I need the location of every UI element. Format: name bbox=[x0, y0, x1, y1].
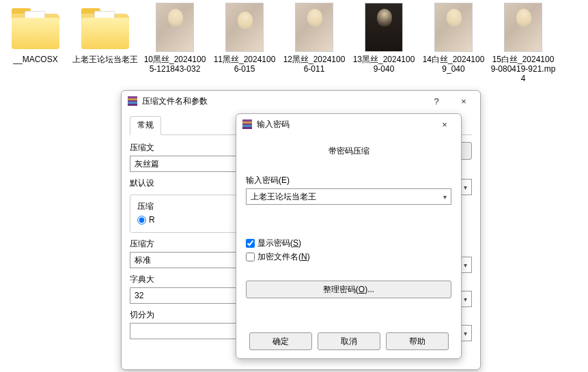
file-thumbnail-item[interactable]: 12黑丝_20241006-011 bbox=[281, 3, 347, 83]
folder-icon bbox=[11, 3, 60, 52]
ok-button[interactable]: 确定 bbox=[249, 332, 312, 350]
close-button[interactable]: × bbox=[450, 91, 477, 111]
tab-general[interactable]: 常规 bbox=[130, 116, 161, 135]
file-label: 15白丝_20241009-080419-921.mp4 bbox=[490, 55, 556, 83]
folder-icon bbox=[81, 3, 130, 52]
thumbnail-icon bbox=[504, 3, 542, 52]
file-label: 13黑丝_20241009-040 bbox=[351, 55, 417, 74]
method-value: 标准 bbox=[135, 255, 151, 266]
thumbnail-icon bbox=[365, 3, 403, 52]
help-button[interactable]: 帮助 bbox=[386, 332, 449, 350]
help-button[interactable]: ? bbox=[423, 91, 450, 111]
titlebar: 输入密码 × bbox=[236, 114, 461, 134]
radio-label: R bbox=[149, 215, 155, 225]
thumbnail-icon bbox=[156, 3, 194, 52]
dialog-title: 输入密码 bbox=[257, 119, 431, 130]
file-thumbnail-item[interactable]: 15白丝_20241009-080419-921.mp4 bbox=[490, 3, 556, 83]
file-label: __MACOSX bbox=[3, 55, 68, 64]
file-label: 10黑丝_20241005-121843-032 bbox=[142, 55, 208, 74]
checkbox-input[interactable] bbox=[246, 253, 255, 261]
cancel-button[interactable]: 取消 bbox=[318, 332, 380, 350]
dialog-title: 压缩文件名和参数 bbox=[142, 96, 423, 107]
titlebar: 压缩文件名和参数 ? × bbox=[122, 91, 480, 111]
chevron-down-icon: ▾ bbox=[443, 193, 447, 201]
file-thumbnail-item[interactable]: 14白丝_20241009_040 bbox=[421, 3, 486, 83]
file-label: 11黑丝_20241006-015 bbox=[212, 55, 277, 74]
winrar-icon bbox=[127, 96, 138, 106]
organize-passwords-button[interactable]: 整理密码(O)... bbox=[246, 281, 451, 298]
file-explorer-area: __MACOSX上老王论坛当老王10黑丝_20241005-121843-032… bbox=[0, 0, 588, 86]
password-value: 上老王论坛当老王 bbox=[251, 191, 316, 203]
chevron-down-icon: ▾ bbox=[464, 261, 467, 269]
folder-item[interactable]: __MACOSX bbox=[3, 3, 68, 83]
radio-input[interactable] bbox=[137, 216, 146, 225]
file-thumbnail-item[interactable]: 13黑丝_20241009-040 bbox=[351, 3, 417, 83]
file-label: 上老王论坛当老王 bbox=[72, 55, 138, 64]
checkbox-label: 显示密码(S) bbox=[257, 238, 301, 249]
show-password-checkbox[interactable]: 显示密码(S) bbox=[246, 238, 451, 249]
folder-item[interactable]: 上老王论坛当老王 bbox=[72, 3, 138, 83]
winrar-icon bbox=[242, 119, 253, 130]
dict-value: 32 bbox=[135, 291, 143, 300]
thumbnail-icon bbox=[434, 3, 473, 52]
file-thumbnail-item[interactable]: 11黑丝_20241006-015 bbox=[212, 3, 277, 83]
password-dialog: 输入密码 × 带密码压缩 输入密码(E) 上老王论坛当老王 ▾ 显示密码(S) … bbox=[236, 113, 462, 359]
file-label: 12黑丝_20241006-011 bbox=[281, 55, 347, 74]
chevron-down-icon: ▾ bbox=[464, 184, 467, 191]
password-input[interactable]: 上老王论坛当老王 ▾ bbox=[246, 188, 451, 205]
checkbox-input[interactable] bbox=[246, 239, 255, 248]
password-subtitle: 带密码压缩 bbox=[246, 145, 451, 157]
chevron-down-icon: ▾ bbox=[464, 330, 467, 337]
file-label: 14白丝_20241009_040 bbox=[421, 55, 486, 74]
file-thumbnail-item[interactable]: 10黑丝_20241005-121843-032 bbox=[142, 3, 208, 83]
chevron-down-icon: ▾ bbox=[464, 296, 467, 303]
thumbnail-icon bbox=[225, 3, 264, 52]
checkbox-label: 加密文件名(N) bbox=[257, 251, 310, 263]
thumbnail-icon bbox=[295, 3, 333, 52]
encrypt-filenames-checkbox[interactable]: 加密文件名(N) bbox=[246, 251, 451, 263]
enter-password-label: 输入密码(E) bbox=[246, 175, 451, 186]
close-button[interactable]: × bbox=[431, 115, 458, 134]
archive-name-value: 灰丝篇 bbox=[135, 158, 159, 170]
